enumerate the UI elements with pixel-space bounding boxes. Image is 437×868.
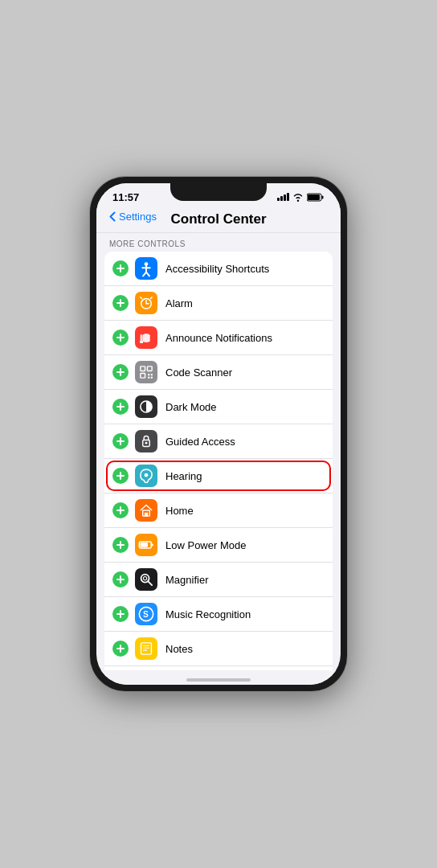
controls-list: Accessibility ShortcutsAlarmAnnounce Not… — [104, 252, 333, 670]
svg-line-9 — [146, 272, 149, 276]
plus-icon — [116, 367, 125, 377]
status-time: 11:57 — [112, 191, 139, 203]
item-label-alarm: Alarm — [165, 297, 325, 309]
plus-icon — [116, 298, 125, 308]
app-icon-notes — [135, 637, 157, 660]
plus-icon — [116, 609, 125, 619]
add-button-accessibility-shortcuts[interactable] — [112, 260, 129, 276]
app-icon-alarm — [135, 292, 157, 314]
app-icon-guided-access — [135, 430, 157, 452]
add-button-announce-notifications[interactable] — [112, 330, 129, 346]
svg-rect-47 — [151, 543, 153, 546]
item-label-notes: Notes — [165, 643, 325, 655]
svg-rect-48 — [141, 542, 148, 547]
svg-rect-24 — [147, 366, 152, 371]
status-icons — [277, 193, 325, 202]
add-button-low-power-mode[interactable] — [112, 537, 129, 553]
item-label-home: Home — [165, 505, 325, 517]
home-bar — [186, 678, 251, 682]
add-button-hearing[interactable] — [112, 468, 129, 484]
svg-rect-43 — [145, 513, 148, 516]
item-label-announce-notifications: Announce Notifications — [165, 332, 325, 344]
item-label-accessibility-shortcuts: Accessibility Shortcuts — [165, 263, 325, 275]
app-icon-magnifier — [135, 568, 157, 591]
svg-rect-29 — [151, 377, 153, 379]
list-item-music-recognition[interactable]: SMusic Recognition — [104, 597, 333, 632]
list-item-alarm[interactable]: Alarm — [104, 286, 333, 321]
svg-line-16 — [151, 297, 153, 299]
list-item-low-power-mode[interactable]: Low Power Mode — [104, 528, 333, 563]
plus-icon — [116, 436, 125, 446]
svg-rect-20 — [140, 341, 143, 343]
list-item-screen-recording[interactable]: Screen Recording — [104, 666, 333, 670]
svg-point-36 — [145, 442, 148, 444]
plus-icon — [116, 575, 125, 584]
svg-line-52 — [148, 581, 152, 585]
item-label-guided-access: Guided Access — [165, 436, 325, 448]
list-item-announce-notifications[interactable]: Announce Notifications — [104, 321, 333, 355]
wifi-icon — [292, 193, 304, 202]
svg-rect-2 — [308, 194, 320, 200]
bottom-indicator — [96, 670, 341, 685]
list-container[interactable]: MORE CONTROLS Accessibility ShortcutsAla… — [96, 233, 341, 670]
svg-rect-26 — [148, 374, 149, 375]
app-icon-code-scanner — [135, 361, 157, 383]
section-header: MORE CONTROLS — [96, 233, 341, 252]
svg-point-53 — [143, 576, 146, 579]
app-icon-accessibility-shortcuts — [135, 257, 157, 280]
plus-icon — [116, 506, 125, 515]
plus-icon — [116, 333, 125, 342]
svg-rect-27 — [151, 374, 153, 375]
list-item-accessibility-shortcuts[interactable]: Accessibility Shortcuts — [104, 252, 333, 286]
add-button-code-scanner[interactable] — [112, 364, 129, 380]
nav-bar: Settings Control Center — [96, 207, 341, 233]
phone-screen: 11:57 — [96, 183, 341, 685]
plus-icon — [116, 264, 125, 273]
add-button-guided-access[interactable] — [112, 433, 129, 449]
app-icon-home — [135, 499, 157, 522]
list-item-magnifier[interactable]: Magnifier — [104, 563, 333, 597]
svg-rect-25 — [141, 373, 145, 378]
item-label-music-recognition: Music Recognition — [165, 608, 325, 620]
app-icon-announce-notifications — [135, 326, 157, 349]
svg-rect-59 — [141, 643, 152, 654]
list-item-dark-mode[interactable]: Dark Mode — [104, 390, 333, 424]
item-label-low-power-mode: Low Power Mode — [165, 539, 325, 551]
battery-icon — [307, 193, 325, 202]
plus-icon — [116, 402, 125, 411]
add-button-alarm[interactable] — [112, 295, 129, 311]
add-button-dark-mode[interactable] — [112, 399, 129, 415]
list-item-hearing[interactable]: Hearing — [104, 459, 333, 493]
list-item-guided-access[interactable]: Guided Access — [104, 424, 333, 459]
notch — [170, 183, 267, 201]
svg-line-15 — [141, 297, 142, 299]
back-label: Settings — [119, 211, 157, 223]
plus-icon — [116, 540, 125, 550]
item-label-dark-mode: Dark Mode — [165, 401, 325, 413]
svg-text:S: S — [143, 610, 149, 619]
svg-point-39 — [145, 473, 149, 477]
add-button-notes[interactable] — [112, 641, 129, 657]
add-button-magnifier[interactable] — [112, 571, 129, 588]
app-icon-music-recognition: S — [135, 603, 157, 625]
item-label-magnifier: Magnifier — [165, 574, 325, 586]
add-button-music-recognition[interactable] — [112, 606, 129, 622]
list-item-notes[interactable]: Notes — [104, 632, 333, 666]
add-button-home[interactable] — [112, 502, 129, 518]
plus-icon — [116, 471, 125, 481]
app-icon-dark-mode — [135, 395, 157, 418]
list-item-home[interactable]: Home — [104, 493, 333, 528]
item-label-hearing: Hearing — [165, 470, 325, 482]
item-label-code-scanner: Code Scanner — [165, 366, 325, 379]
app-icon-low-power-mode — [135, 534, 157, 556]
signal-icon — [277, 193, 289, 201]
phone-frame: 11:57 — [90, 177, 347, 691]
svg-rect-1 — [322, 195, 324, 199]
svg-rect-23 — [141, 366, 145, 371]
list-item-code-scanner[interactable]: Code Scanner — [104, 355, 333, 390]
back-chevron-icon — [109, 211, 116, 222]
svg-rect-28 — [148, 377, 149, 379]
app-icon-hearing — [135, 465, 157, 487]
plus-icon — [116, 644, 125, 653]
